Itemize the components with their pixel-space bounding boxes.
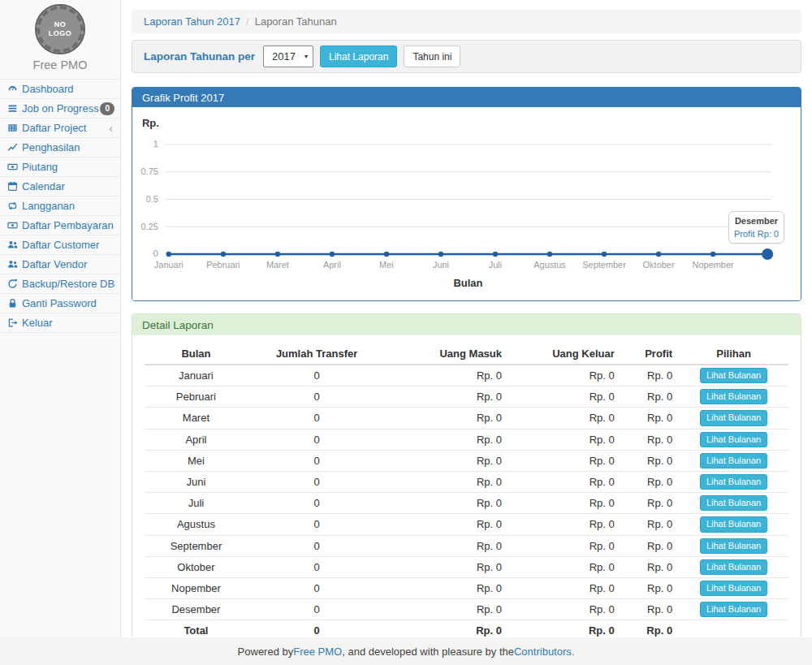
cell-uang-masuk: Rp. 0	[386, 471, 508, 492]
cell-uang-keluar: Rp. 0	[508, 514, 621, 535]
sidebar-item-daftar-pembayaran[interactable]: Daftar Pembayaran	[0, 216, 120, 235]
sign-out-icon	[7, 317, 18, 328]
footer-text-prefix: Powered by	[238, 646, 294, 658]
breadcrumb-link-laporan-tahun[interactable]: Laporan Tahun 2017	[144, 15, 240, 28]
sidebar-item-label: Calendar	[22, 180, 65, 192]
cell-profit: Rp. 0	[621, 386, 679, 408]
sidebar-item-calendar[interactable]: Calendar	[0, 177, 120, 196]
sidebar-item-langganan[interactable]: Langganan	[0, 196, 120, 215]
cell-jumlah-transfer: 0	[248, 556, 386, 577]
cell-bulan: Juni	[145, 471, 248, 492]
cell-uang-masuk: Rp. 0	[386, 365, 508, 386]
sidebar-item-ganti-password[interactable]: Ganti Password	[0, 294, 120, 313]
contributors-link[interactable]: Contributors.	[514, 646, 574, 658]
table-row: Juni0Rp. 0Rp. 0Rp. 0Lihat Bulanan	[145, 471, 788, 492]
profit-line-chart[interactable]: Rp.00.250.50.751JanuariPebruariMaretApri…	[132, 107, 801, 300]
cell-profit: Rp. 0	[621, 535, 679, 556]
lihat-bulanan-button[interactable]: Lihat Bulanan	[700, 602, 767, 617]
sidebar-item-penghasilan[interactable]: Penghasilan	[0, 138, 120, 157]
svg-text:0.75: 0.75	[141, 166, 158, 176]
year-select[interactable]: 2017 ▾	[263, 45, 313, 67]
svg-text:Januari: Januari	[154, 260, 184, 270]
table-body: Januari0Rp. 0Rp. 0Rp. 0Lihat BulananPebr…	[145, 365, 788, 640]
column-header-bulan: Bulan	[145, 343, 248, 365]
sidebar-item-label: Daftar Project	[22, 122, 86, 134]
cell-uang-masuk: Rp. 0	[386, 450, 508, 471]
sidebar-item-label: Daftar Customer	[22, 239, 99, 251]
sidebar-item-label: Langganan	[22, 200, 75, 212]
lihat-bulanan-button[interactable]: Lihat Bulanan	[700, 368, 767, 383]
sidebar-item-keluar[interactable]: Keluar	[0, 313, 120, 332]
cell-profit: Rp. 0	[621, 556, 679, 577]
cell-profit: Rp. 0	[621, 471, 679, 492]
svg-text:Rp.: Rp.	[142, 117, 159, 129]
table-row: Pebruari0Rp. 0Rp. 0Rp. 0Lihat Bulanan	[145, 386, 788, 408]
chevron-left-icon: ‹	[109, 123, 113, 134]
lihat-bulanan-button[interactable]: Lihat Bulanan	[700, 453, 767, 469]
lihat-bulanan-button[interactable]: Lihat Bulanan	[700, 474, 767, 490]
cell-profit: Rp. 0	[621, 429, 679, 450]
cell-pilihan: Lihat Bulanan	[679, 577, 788, 598]
svg-text:1: 1	[153, 139, 158, 149]
sidebar-item-job-on-progress[interactable]: Job on Progress0	[0, 99, 120, 118]
table-row: Juli0Rp. 0Rp. 0Rp. 0Lihat Bulanan	[145, 493, 788, 514]
cell-jumlah-transfer: 0	[248, 577, 386, 598]
sidebar-item-label: Penghasilan	[22, 141, 80, 153]
sidebar-item-label: Keluar	[22, 317, 53, 329]
sidebar-item-backup-restore-db[interactable]: Backup/Restore DB	[0, 274, 120, 293]
sidebar-item-daftar-customer[interactable]: Daftar Customer	[0, 235, 120, 254]
cell-uang-keluar: Rp. 0	[508, 535, 621, 556]
table-row: Mei0Rp. 0Rp. 0Rp. 0Lihat Bulanan	[145, 450, 788, 471]
cell-bulan: Agustus	[145, 514, 248, 535]
cell-uang-masuk: Rp. 0	[386, 514, 508, 535]
sidebar-item-daftar-project[interactable]: Daftar Project‹	[0, 119, 120, 137]
cell-pilihan: Lihat Bulanan	[679, 408, 788, 429]
lihat-bulanan-button[interactable]: Lihat Bulanan	[700, 581, 767, 596]
svg-text:0.25: 0.25	[141, 222, 158, 231]
cell-uang-keluar: Rp. 0	[508, 471, 621, 492]
cell-pilihan: Lihat Bulanan	[679, 599, 788, 620]
lihat-bulanan-button[interactable]: Lihat Bulanan	[700, 495, 767, 511]
svg-text:Juni: Juni	[433, 260, 449, 270]
svg-text:Mei: Mei	[379, 260, 394, 270]
lihat-laporan-button[interactable]: Lihat Laporan	[320, 45, 397, 67]
cell-bulan: September	[145, 535, 248, 556]
detail-panel-body: BulanJumlah TransferUang MasukUang Kelua…	[132, 335, 801, 651]
cell-profit: Rp. 0	[621, 577, 679, 598]
sidebar-item-dashboard[interactable]: Dashboard	[0, 80, 120, 98]
cell-bulan: Mei	[145, 450, 248, 471]
sidebar-item-label: Daftar Pembayaran	[22, 219, 114, 231]
table-row: April0Rp. 0Rp. 0Rp. 0Lihat Bulanan	[145, 429, 788, 450]
cell-uang-keluar: Rp. 0	[508, 408, 621, 429]
svg-text:Bulan: Bulan	[454, 277, 483, 289]
lihat-bulanan-button[interactable]: Lihat Bulanan	[700, 389, 767, 404]
chart-panel-title: Grafik Profit 2017	[132, 88, 801, 107]
tooltip-value: Profit Rp: 0	[734, 229, 779, 239]
cell-pilihan: Lihat Bulanan	[679, 535, 788, 556]
report-table: BulanJumlah TransferUang MasukUang Kelua…	[145, 343, 788, 640]
svg-text:Juli: Juli	[489, 260, 502, 270]
lihat-bulanan-button[interactable]: Lihat Bulanan	[700, 538, 767, 554]
cell-uang-keluar: Rp. 0	[508, 577, 621, 598]
tahun-ini-button[interactable]: Tahun ini	[404, 45, 460, 67]
sidebar-item-label: Daftar Vendor	[22, 258, 87, 270]
sidebar-item-daftar-vendor[interactable]: Daftar Vendor	[0, 255, 120, 274]
cell-jumlah-transfer: 0	[248, 535, 386, 556]
svg-text:September: September	[582, 260, 626, 270]
lihat-bulanan-button[interactable]: Lihat Bulanan	[700, 559, 767, 575]
sidebar-item-label: Job on Progress	[22, 102, 99, 114]
cell-bulan: Januari	[145, 365, 248, 386]
line-chart-icon	[7, 142, 18, 153]
money-icon	[7, 220, 18, 231]
cell-bulan: Oktober	[145, 556, 248, 577]
lihat-bulanan-button[interactable]: Lihat Bulanan	[700, 432, 767, 447]
tooltip-title: Desember	[734, 216, 779, 226]
lihat-bulanan-button[interactable]: Lihat Bulanan	[700, 516, 767, 532]
sidebar-item-piutang[interactable]: Piutang	[0, 158, 120, 176]
cell-bulan: Maret	[145, 408, 248, 429]
sidebar-menu: DashboardJob on Progress0Daftar Project‹…	[0, 79, 120, 333]
cell-uang-masuk: Rp. 0	[386, 556, 508, 577]
free-pmo-link[interactable]: Free PMO	[293, 646, 342, 658]
svg-text:Maret: Maret	[266, 260, 289, 270]
lihat-bulanan-button[interactable]: Lihat Bulanan	[700, 410, 767, 425]
